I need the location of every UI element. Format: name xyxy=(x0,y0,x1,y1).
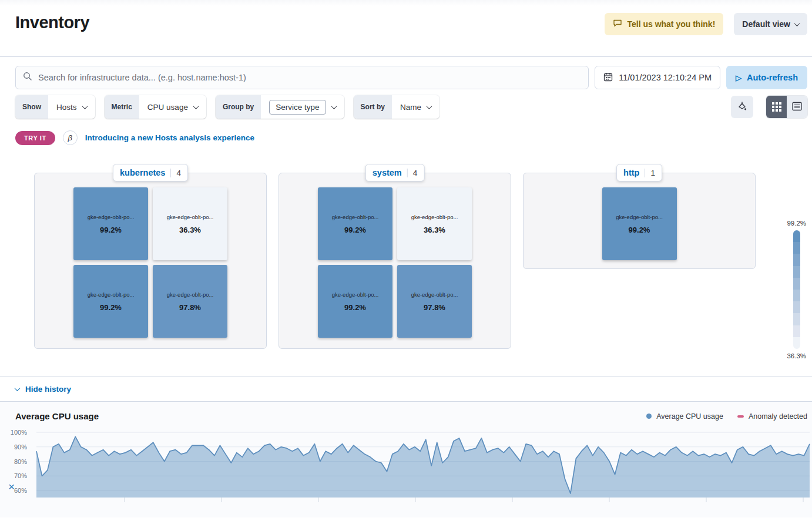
header-actions: Tell us what you think! Default view xyxy=(605,13,807,35)
group-panel-kubernetes: kubernetes 4 gke-edge-oblt-po... 99.2% g… xyxy=(34,173,267,349)
legend-bar-icon xyxy=(737,415,744,418)
page-title: Inventory xyxy=(15,13,89,32)
paint-fill-icon xyxy=(737,101,747,113)
color-scale-legend: 99.2% 36.3% xyxy=(787,220,806,359)
chevron-down-icon xyxy=(15,385,21,391)
filter-show[interactable]: Show Hosts xyxy=(15,95,95,119)
svg-text:70%: 70% xyxy=(14,472,27,479)
speech-bubble-icon xyxy=(613,19,622,29)
legend-item-avg-cpu[interactable]: Average CPU usage xyxy=(646,412,723,421)
group-count: 4 xyxy=(407,169,418,177)
chevron-down-icon xyxy=(794,21,800,26)
chevron-down-icon xyxy=(193,103,199,109)
chart-legend: Average CPU usage Anomaly detected xyxy=(646,412,807,421)
try-it-badge[interactable]: TRY IT xyxy=(15,131,55,145)
chevron-down-icon xyxy=(331,103,337,109)
group-label-http[interactable]: http 1 xyxy=(616,164,662,181)
cpu-history-section: Average CPU usage Average CPU usage Anom… xyxy=(0,401,812,517)
chart-title: Average CPU usage xyxy=(15,411,99,421)
host-tile[interactable]: gke-edge-oblt-po... 99.2% xyxy=(73,187,148,260)
host-tile[interactable]: gke-edge-oblt-po... 99.2% xyxy=(602,187,677,260)
svg-text:100%: 100% xyxy=(11,429,27,436)
auto-refresh-button[interactable]: ▷ Auto-refresh xyxy=(726,66,807,89)
host-tile[interactable]: gke-edge-oblt-po... 36.3% xyxy=(397,187,472,260)
legend-dot-icon xyxy=(646,414,652,419)
filter-metric[interactable]: Metric CPU usage xyxy=(105,95,206,119)
search-toolbar: 11/01/2023 12:10:24 PM ▷ Auto-refresh xyxy=(0,57,812,89)
view-selector-button[interactable]: Default view xyxy=(734,13,807,35)
color-scale-bar xyxy=(793,230,800,349)
chevron-down-icon xyxy=(426,103,432,109)
group-panel-system: system 4 gke-edge-oblt-po... 99.2% gke-e… xyxy=(279,173,511,349)
grid-icon xyxy=(772,102,781,112)
beta-callout: TRY IT β Introducing a new Hosts analysi… xyxy=(0,119,812,145)
play-icon: ▷ xyxy=(736,73,741,82)
scale-min-label: 36.3% xyxy=(787,352,806,359)
page-header: Inventory Tell us what you think! Defaul… xyxy=(0,0,812,57)
feedback-button[interactable]: Tell us what you think! xyxy=(605,13,723,35)
filter-sort-by[interactable]: Sort by Name xyxy=(354,95,439,119)
chart-canvas: 100%90%80%70%60% × xyxy=(0,426,812,514)
date-picker-button[interactable]: 11/01/2023 12:10:24 PM xyxy=(595,66,720,89)
scale-max-label: 99.2% xyxy=(787,220,806,227)
waffle-map-section: kubernetes 4 gke-edge-oblt-po... 99.2% g… xyxy=(0,163,812,364)
svg-text:80%: 80% xyxy=(14,458,27,465)
host-tile[interactable]: gke-edge-oblt-po... 99.2% xyxy=(73,265,148,338)
host-tile[interactable]: gke-edge-oblt-po... 99.2% xyxy=(318,187,392,260)
color-palette-button[interactable] xyxy=(731,96,753,118)
view-mode-toggle xyxy=(766,96,807,118)
hosts-analysis-link[interactable]: Introducing a new Hosts analysis experie… xyxy=(85,133,254,142)
search-icon xyxy=(23,72,32,83)
filter-group-by[interactable]: Group by Service type xyxy=(216,95,344,119)
filter-row: Show Hosts Metric CPU usage Group by Ser… xyxy=(0,89,812,119)
search-input[interactable] xyxy=(38,73,581,82)
table-view-button[interactable] xyxy=(787,96,807,118)
svg-text:60%: 60% xyxy=(14,487,27,494)
search-box[interactable] xyxy=(15,66,589,89)
group-label-system[interactable]: system 4 xyxy=(365,164,425,181)
hide-history-toggle[interactable]: Hide history xyxy=(25,385,71,394)
svg-text:90%: 90% xyxy=(14,443,27,451)
datetime-value: 11/01/2023 12:10:24 PM xyxy=(619,73,712,82)
cpu-history-chart: 100%90%80%70%60% xyxy=(0,426,812,514)
calendar-icon xyxy=(603,72,613,83)
host-tile[interactable]: gke-edge-oblt-po... 36.3% xyxy=(153,187,227,260)
host-tile[interactable]: gke-edge-oblt-po... 99.2% xyxy=(318,265,392,338)
legend-item-anomaly[interactable]: Anomaly detected xyxy=(737,412,807,421)
beta-icon: β xyxy=(63,130,78,145)
close-icon[interactable]: × xyxy=(8,481,15,492)
waffle-view-button[interactable] xyxy=(766,96,787,118)
host-tile[interactable]: gke-edge-oblt-po... 97.8% xyxy=(153,265,227,338)
group-count: 1 xyxy=(645,169,655,177)
table-list-icon xyxy=(792,102,802,113)
chevron-down-icon xyxy=(82,103,88,109)
group-count: 4 xyxy=(170,169,181,177)
history-toggle-row: Hide history xyxy=(0,377,812,401)
group-panel-http: http 1 gke-edge-oblt-po... 99.2% xyxy=(523,173,756,269)
host-tile[interactable]: gke-edge-oblt-po... 97.8% xyxy=(397,265,472,338)
group-label-kubernetes[interactable]: kubernetes 4 xyxy=(113,164,188,181)
